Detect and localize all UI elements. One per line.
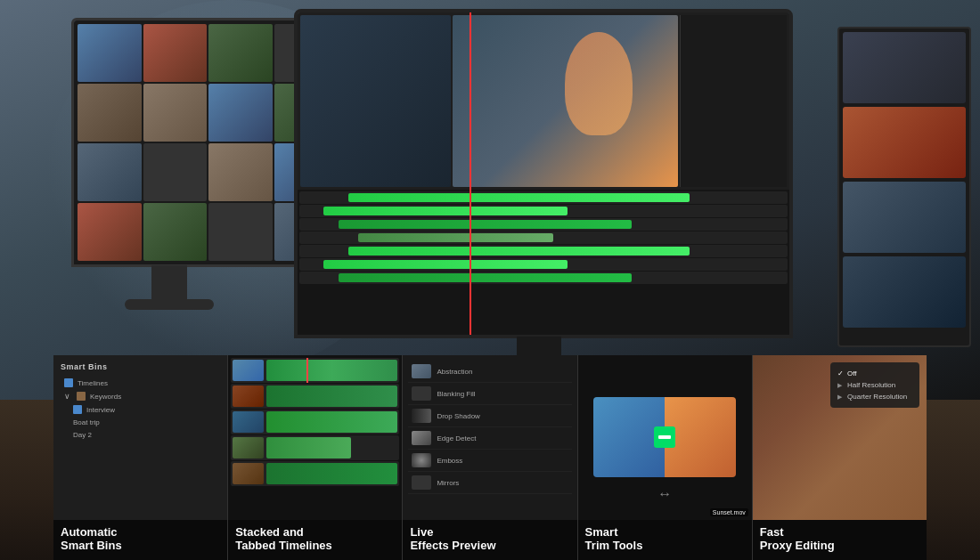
- timeline-track: [299, 272, 788, 284]
- timeline-track: [299, 205, 788, 217]
- timeline-area: [298, 190, 789, 335]
- fx-item-emboss: Emboss: [408, 450, 571, 472]
- waveform: [266, 437, 351, 459]
- right-panel-2: [843, 107, 966, 178]
- fx-item-blanking: Blanking Fill: [408, 383, 571, 405]
- scene: Smart Bins Timelines ∨ Keywords Intervie…: [0, 0, 980, 560]
- timeline-track: [299, 245, 788, 257]
- thumbnail: [78, 203, 142, 261]
- monitor-right: [837, 27, 971, 347]
- monitor-left-base: [125, 299, 214, 310]
- bins-item-boattrip: Boat trip: [61, 417, 220, 428]
- thumbnail: [78, 84, 142, 142]
- stack-thumb: [233, 411, 264, 433]
- check-icon: ✓: [837, 369, 844, 377]
- proxy-menu-item-off[interactable]: ✓ Off: [837, 368, 912, 379]
- stacked-row: [231, 410, 399, 434]
- stacked-screen: [228, 355, 402, 520]
- stack-thumb: [233, 437, 264, 459]
- fast-proxy-label-text: FastProxy Editing: [760, 525, 919, 553]
- proxy-menu: ✓ Off ▶ Half Resolution ▶ Quarter Resolu…: [830, 362, 919, 408]
- smart-trim-preview: Sunset.mov ↔: [578, 355, 752, 520]
- monitor-sidebar: [680, 15, 787, 187]
- feature-card-smart-bins: Smart Bins Timelines ∨ Keywords Intervie…: [53, 355, 228, 560]
- stacked-timelines-label-text: Stacked andTabbed Timelines: [235, 525, 395, 553]
- waveform: [266, 386, 397, 407]
- trim-icon: [658, 431, 671, 443]
- smart-trim-label-text: SmartTrim Tools: [585, 525, 745, 553]
- proxy-menu-item-half[interactable]: ▶ Half Resolution: [837, 379, 912, 391]
- film-icon: [64, 378, 73, 387]
- thumbnail: [208, 143, 273, 201]
- monitor-main: [294, 9, 793, 338]
- stacked-row: [231, 435, 399, 460]
- stacked-timelines-preview: [228, 355, 402, 520]
- bins-item-day2: Day 2: [61, 429, 220, 441]
- stack-thumb: [233, 386, 264, 407]
- fx-thumb: [412, 453, 431, 467]
- fx-thumb: [412, 431, 431, 445]
- feature-card-fast-proxy: ✓ Off ▶ Half Resolution ▶ Quarter Resolu…: [753, 355, 927, 560]
- live-effects-preview: Abstraction Blanking Fill Drop Shadow Ed…: [403, 355, 576, 520]
- thumbnail: [208, 24, 273, 82]
- feature-card-live-effects: Abstraction Blanking Fill Drop Shadow Ed…: [403, 355, 577, 560]
- proxy-menu-item-quarter[interactable]: ▶ Quarter Resolution: [837, 391, 912, 402]
- smart-trim-label: SmartTrim Tools: [578, 520, 752, 560]
- fx-thumb: [412, 386, 431, 401]
- playhead: [306, 358, 308, 383]
- timeline-track: [299, 191, 788, 204]
- bins-item-keywords: ∨ Keywords: [61, 390, 220, 402]
- fx-thumb: [412, 364, 431, 378]
- trim-arrows-icon: ↔: [657, 486, 672, 502]
- right-panel-1: [843, 32, 966, 103]
- stacked-row: [231, 461, 399, 486]
- timeline-track: [299, 218, 788, 231]
- fast-proxy-label: FastProxy Editing: [753, 520, 927, 560]
- waveform: [266, 411, 397, 433]
- waveform: [266, 463, 397, 484]
- fast-proxy-preview: ✓ Off ▶ Half Resolution ▶ Quarter Resolu…: [753, 355, 927, 520]
- thumbnail: [208, 203, 273, 261]
- svg-rect-0: [658, 435, 671, 439]
- thumbnail: [78, 24, 142, 82]
- live-effects-label-text: LiveEffects Preview: [410, 525, 569, 553]
- fx-item-abstraction: Abstraction: [408, 361, 571, 383]
- right-panel-4: [843, 256, 966, 328]
- thumbnail: [143, 203, 208, 261]
- live-effects-label: LiveEffects Preview: [403, 520, 576, 560]
- thumbnail: [78, 143, 142, 201]
- folder-icon: [77, 392, 86, 401]
- thumbnail: [208, 84, 273, 142]
- stack-thumb: [233, 360, 264, 381]
- feature-card-smart-trim: Sunset.mov ↔ SmartTrim Tools: [578, 355, 753, 560]
- thumbnail: [143, 24, 208, 82]
- monitor-preview-area: [298, 12, 789, 190]
- preview-left: [300, 15, 451, 187]
- smart-bins-label-text: AutomaticSmart Bins: [61, 525, 220, 553]
- bins-item-interview: Interview: [61, 403, 220, 416]
- stack-thumb: [233, 463, 264, 484]
- fx-item-dropshadow: Drop Shadow: [408, 405, 571, 427]
- monitor-left-stand: [151, 265, 187, 301]
- right-panel-3: [843, 182, 966, 253]
- smart-bins-label: AutomaticSmart Bins: [53, 520, 227, 560]
- thumbnail: [143, 143, 208, 201]
- preview-right: [453, 15, 678, 187]
- monitor-main-screen: [298, 12, 789, 335]
- arrow-icon: ▶: [837, 382, 842, 389]
- smart-bins-title: Smart Bins: [61, 362, 220, 371]
- playhead: [470, 12, 471, 335]
- fx-thumb: [412, 409, 431, 423]
- trim-line: [654, 426, 675, 448]
- thumbnail: [143, 84, 208, 142]
- fx-thumb: [412, 475, 431, 490]
- arrow-icon: ▶: [837, 394, 842, 401]
- waveform: [266, 360, 397, 381]
- trim-clip-right: Sunset.mov: [665, 397, 736, 477]
- fx-item-edge: Edge Detect: [408, 427, 571, 450]
- film-icon: [73, 405, 82, 414]
- stacked-timelines-label: Stacked andTabbed Timelines: [228, 520, 402, 560]
- bins-item-timelines: Timelines: [61, 377, 220, 389]
- fx-item-mirrors: Mirrors: [408, 472, 571, 494]
- smart-bins-preview: Smart Bins Timelines ∨ Keywords Intervie…: [53, 355, 227, 520]
